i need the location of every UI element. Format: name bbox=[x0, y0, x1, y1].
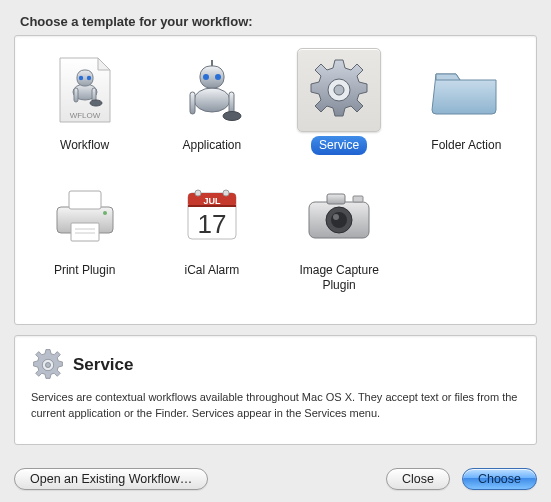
svg-rect-19 bbox=[69, 191, 101, 209]
template-label: Application bbox=[175, 136, 250, 155]
svg-point-4 bbox=[86, 76, 90, 80]
svg-rect-5 bbox=[74, 88, 78, 102]
template-folder-action[interactable]: Folder Action bbox=[407, 48, 526, 155]
svg-rect-13 bbox=[190, 92, 195, 114]
svg-rect-20 bbox=[71, 223, 99, 241]
close-button[interactable]: Close bbox=[386, 468, 450, 490]
svg-point-29 bbox=[195, 190, 201, 196]
printer-icon bbox=[43, 173, 127, 257]
svg-point-15 bbox=[223, 112, 241, 121]
automator-robot-icon bbox=[170, 48, 254, 132]
camera-icon bbox=[297, 173, 381, 257]
choose-button[interactable]: Choose bbox=[462, 468, 537, 490]
svg-point-10 bbox=[203, 74, 209, 80]
template-print-plugin[interactable]: Print Plugin bbox=[25, 173, 144, 295]
template-label: Folder Action bbox=[423, 136, 509, 155]
template-detail-panel: Service Services are contextual workflow… bbox=[14, 335, 537, 445]
svg-rect-14 bbox=[229, 92, 234, 114]
template-image-capture[interactable]: Image Capture Plugin bbox=[280, 173, 399, 295]
workflow-document-icon: WFLOW bbox=[43, 48, 127, 132]
svg-text:JUL: JUL bbox=[203, 196, 221, 206]
folder-icon bbox=[424, 48, 508, 132]
calendar-icon: JUL 17 bbox=[170, 173, 254, 257]
svg-point-17 bbox=[334, 85, 344, 95]
gear-icon bbox=[297, 48, 381, 132]
template-label: Workflow bbox=[52, 136, 117, 155]
template-label: Print Plugin bbox=[46, 261, 123, 280]
template-workflow[interactable]: WFLOW Workflow bbox=[25, 48, 144, 155]
template-application[interactable]: Application bbox=[152, 48, 271, 155]
svg-point-7 bbox=[90, 100, 102, 106]
svg-point-3 bbox=[78, 76, 82, 80]
template-label: Service bbox=[311, 136, 367, 155]
detail-description: Services are contextual workflows availa… bbox=[31, 390, 520, 422]
svg-rect-32 bbox=[327, 194, 345, 204]
svg-point-38 bbox=[45, 362, 50, 367]
svg-point-11 bbox=[215, 74, 221, 80]
svg-point-35 bbox=[333, 214, 339, 220]
template-ical-alarm[interactable]: JUL 17 iCal Alarm bbox=[152, 173, 271, 295]
template-label: iCal Alarm bbox=[177, 261, 248, 280]
open-existing-workflow-button[interactable]: Open an Existing Workflow… bbox=[14, 468, 208, 490]
template-label: Image Capture Plugin bbox=[280, 261, 399, 295]
dialog-heading: Choose a template for your workflow: bbox=[20, 14, 537, 29]
gear-icon bbox=[31, 348, 65, 382]
svg-rect-36 bbox=[353, 196, 363, 202]
svg-point-34 bbox=[331, 212, 347, 228]
dialog-footer: Open an Existing Workflow… Close Choose bbox=[14, 468, 537, 490]
template-service[interactable]: Service bbox=[280, 48, 399, 155]
template-grid-panel: WFLOW Workflow bbox=[14, 35, 537, 325]
svg-text:WFLOW: WFLOW bbox=[69, 111, 100, 120]
svg-point-23 bbox=[103, 211, 107, 215]
svg-point-8 bbox=[194, 88, 230, 112]
detail-title: Service bbox=[73, 355, 134, 375]
svg-point-30 bbox=[223, 190, 229, 196]
svg-text:17: 17 bbox=[197, 209, 226, 239]
